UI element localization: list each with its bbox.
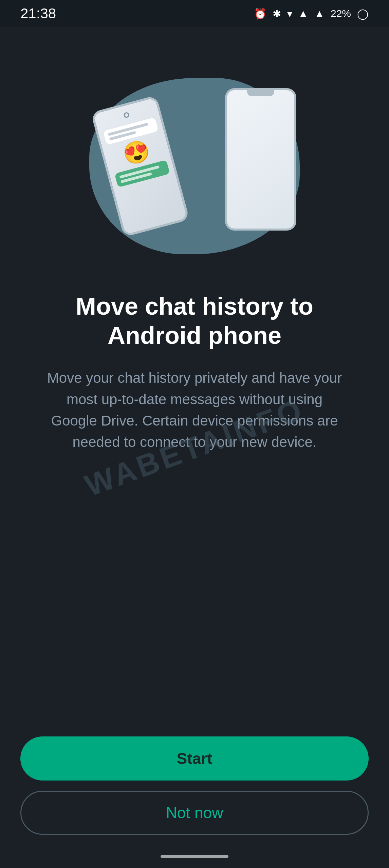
battery-percent: 22% [331,8,351,19]
illustration-container: 😍 [79,61,310,271]
wifi-icon: ▾ [287,8,292,20]
battery-icon: ◯ [357,8,369,20]
status-icons: ⏰ ✱ ▾ ▲ ▲ 22% ◯ [254,8,369,20]
alarm-icon: ⏰ [254,8,266,20]
content-wrapper: 😍 Move chat history to Android phone Mov… [0,27,389,868]
not-now-button[interactable]: Not now [20,791,369,835]
bottom-buttons: Start Not now [0,736,389,855]
start-button[interactable]: Start [20,736,369,781]
phone-notch [247,90,274,96]
page-title: Move chat history to Android phone [42,292,347,350]
main-content: 😍 Move chat history to Android phone Mov… [15,27,374,490]
status-bar: 21:38 ⏰ ✱ ▾ ▲ ▲ 22% ◯ [0,0,389,27]
page-description: Move your chat history privately and hav… [42,367,347,453]
home-indicator [161,855,228,858]
phone-right [225,88,296,231]
bluetooth-icon: ✱ [273,8,281,20]
signal-icon-1: ▲ [298,8,309,19]
status-time: 21:38 [20,5,56,22]
phone-camera [123,112,130,119]
signal-icon-2: ▲ [314,8,325,19]
